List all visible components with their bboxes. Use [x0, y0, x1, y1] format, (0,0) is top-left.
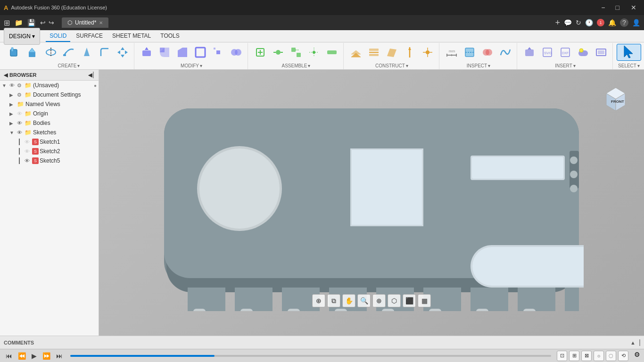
revolve-button[interactable]: [42, 44, 59, 61]
lasso-select-button[interactable]: ◌: [606, 351, 616, 361]
loft-button[interactable]: [78, 44, 95, 61]
decal-button[interactable]: [575, 44, 592, 61]
expand-arrow-sketches[interactable]: ▼: [9, 130, 17, 135]
browser-item-sketches[interactable]: ▼ 👁 📁 Sketches: [0, 128, 99, 137]
fillet-button[interactable]: [96, 44, 113, 61]
cross-select-button[interactable]: ⊠: [581, 351, 592, 361]
rigid-group-button[interactable]: [323, 44, 340, 61]
create-new-body-button[interactable]: [7, 44, 24, 61]
insert-svg-button[interactable]: SVG: [539, 44, 556, 61]
step-back-button[interactable]: ⏪: [16, 351, 28, 361]
select-mode-button[interactable]: ⊡: [557, 351, 567, 361]
timeline-bar[interactable]: [70, 355, 551, 357]
browser-item-origin[interactable]: ▶ 👁 📁 Origin: [0, 109, 99, 118]
shell-button[interactable]: [192, 44, 209, 61]
pan-button[interactable]: ⊕: [312, 294, 325, 307]
back-arrow[interactable]: ◀: [4, 72, 8, 78]
eye-icon-sketches[interactable]: 👁: [17, 130, 25, 135]
quick-access-new[interactable]: ⊞: [4, 18, 10, 27]
interference-button[interactable]: [479, 44, 496, 61]
eye-icon-sketch1[interactable]: 👁: [25, 139, 32, 145]
sweep-button[interactable]: [60, 44, 77, 61]
offset-plane-button[interactable]: [347, 44, 364, 61]
curvature-map-button[interactable]: [497, 44, 514, 61]
settings-button[interactable]: ⚙: [634, 351, 640, 361]
insert-mesh-button[interactable]: [521, 44, 538, 61]
comment-icon[interactable]: 💬: [564, 19, 572, 26]
plane-at-angle-button[interactable]: [383, 44, 400, 61]
new-component-button[interactable]: [252, 44, 269, 61]
combine-button[interactable]: [228, 44, 245, 61]
move-button[interactable]: [114, 44, 131, 61]
step-forward-button[interactable]: ⏩: [41, 351, 52, 361]
new-tab-button[interactable]: +: [555, 18, 560, 28]
extrude-button[interactable]: [25, 44, 41, 61]
settings-icon-doc[interactable]: ⚙: [17, 92, 25, 98]
browser-item-root[interactable]: ▼ 👁 ⚙ 📁 (Unsaved) ●: [0, 81, 99, 90]
joint-origin-button[interactable]: [305, 44, 322, 61]
expand-arrow-bodies[interactable]: ▶: [9, 121, 17, 126]
joint-button[interactable]: [270, 44, 287, 61]
help-icon[interactable]: ?: [620, 18, 628, 27]
navigation-cube[interactable]: FRONT: [597, 79, 635, 117]
expand-arrow-views[interactable]: ▶: [9, 102, 17, 107]
close-button[interactable]: ✕: [627, 3, 640, 12]
tab-surface[interactable]: SURFACE: [72, 31, 107, 42]
minimize-button[interactable]: −: [598, 3, 608, 12]
browser-item-sketch2[interactable]: 👁 S Sketch2: [0, 147, 99, 156]
browser-item-sketch1[interactable]: 👁 S Sketch1: [0, 137, 99, 147]
paint-select-button[interactable]: ○: [594, 351, 604, 361]
browser-item-bodies[interactable]: ▶ 👁 📁 Bodies: [0, 118, 99, 128]
orbit-button[interactable]: ✋: [342, 294, 355, 307]
browser-item-doc-settings[interactable]: ▶ ⚙ 📁 Document Settings: [0, 90, 99, 99]
press-pull-button[interactable]: [138, 44, 155, 61]
undo-button[interactable]: ↩: [40, 19, 46, 26]
go-start-button[interactable]: ⏮: [4, 351, 14, 361]
window-select-button[interactable]: ⊞: [569, 351, 579, 361]
notification-badge[interactable]: 1: [597, 19, 604, 26]
browser-item-named-views[interactable]: ▶ 📁 Named Views: [0, 99, 99, 109]
measure-button[interactable]: mm: [443, 44, 460, 61]
section-analysis-button[interactable]: [461, 44, 478, 61]
quick-access-open[interactable]: 📁: [15, 19, 23, 26]
chamfer-button[interactable]: [174, 44, 191, 61]
collapse-button[interactable]: ◀: [88, 72, 92, 78]
eye-icon-sketch5[interactable]: 👁: [25, 158, 32, 164]
viewport[interactable]: FRONT: [99, 70, 644, 336]
settings-icon-root[interactable]: ⚙: [17, 82, 25, 89]
tab-close-button[interactable]: ✕: [99, 20, 103, 25]
zoom-window-button[interactable]: 🔍: [357, 294, 371, 307]
refresh-icon[interactable]: ↻: [576, 19, 581, 26]
bell-icon[interactable]: 🔔: [608, 19, 616, 26]
tab-solid[interactable]: SOLID: [46, 31, 70, 42]
canvas-button[interactable]: [593, 44, 610, 61]
eye-icon-bodies[interactable]: 👁: [17, 120, 25, 126]
point-button[interactable]: [419, 44, 436, 61]
select-button[interactable]: [617, 44, 641, 61]
document-tab[interactable]: ⬡ Untitled* ✕: [62, 17, 108, 28]
expand-arrow-root[interactable]: ▼: [2, 83, 9, 88]
fit-view-button[interactable]: ⧉: [327, 294, 340, 307]
fillet-mod-button[interactable]: [156, 44, 173, 61]
quick-access-save[interactable]: 💾: [27, 19, 35, 26]
restore-button[interactable]: □: [613, 3, 622, 12]
tab-tools[interactable]: TOOLS: [157, 31, 183, 42]
zoom-button[interactable]: ⊕: [372, 294, 386, 307]
design-mode-button[interactable]: DESIGN ▾: [4, 28, 40, 45]
display-settings-button[interactable]: ▦: [418, 294, 431, 307]
expand-arrow-origin[interactable]: ▶: [9, 111, 17, 116]
redo-button[interactable]: ↪: [49, 19, 54, 26]
scale-button[interactable]: [210, 44, 227, 61]
eye-icon-origin[interactable]: 👁: [17, 111, 25, 116]
tab-sheet-metal[interactable]: SHEET METAL: [108, 31, 155, 42]
comments-expand[interactable]: ▲: [630, 340, 636, 346]
browser-item-sketch5[interactable]: 👁 S Sketch5: [0, 156, 99, 165]
history-icon[interactable]: 🕐: [585, 19, 593, 26]
expand-arrow-doc[interactable]: ▶: [9, 92, 17, 98]
axis-through-button[interactable]: [401, 44, 418, 61]
eye-icon-root[interactable]: 👁: [9, 82, 17, 88]
user-avatar[interactable]: 👤: [632, 19, 640, 26]
as-built-joint-button[interactable]: [288, 44, 305, 61]
play-button[interactable]: ▶: [30, 351, 39, 361]
eye-icon-sketch2[interactable]: 👁: [25, 148, 32, 154]
